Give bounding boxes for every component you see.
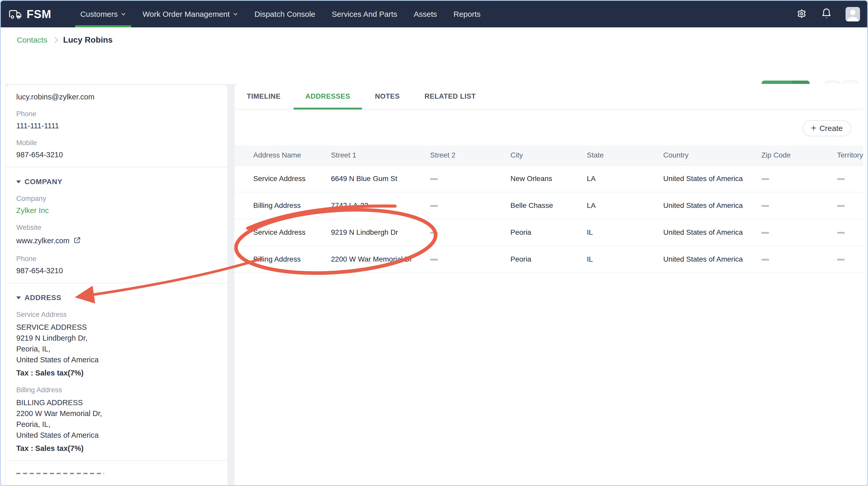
nav-item-label: Work Order Management	[143, 10, 230, 19]
column-header-street-1: Street 1	[331, 145, 430, 165]
service-address-label: Service Address	[16, 311, 217, 318]
page-header: Contacts Lucy Robins lucy.robins@zylker.…	[1, 27, 867, 84]
email-value: lucy.robins@zylker.com	[16, 93, 217, 101]
empty-dash	[430, 192, 510, 219]
breadcrumb: Contacts Lucy Robins	[17, 35, 113, 45]
nav-item-label: Dispatch Console	[254, 10, 315, 19]
address-section-header[interactable]: ADDRESS	[16, 294, 217, 302]
table-cell: LA	[587, 192, 663, 219]
settings-button[interactable]	[796, 8, 807, 20]
nav-item-label: Customers	[80, 10, 118, 19]
nav-item-label: Reports	[453, 10, 480, 19]
table-cell: Billing Address	[235, 246, 331, 273]
table-cell: Peoria	[510, 246, 587, 273]
table-cell: Service Address	[235, 219, 331, 246]
table-cell: 6649 N Blue Gum St	[331, 165, 430, 192]
website-link[interactable]: www.zylker.com	[16, 235, 69, 246]
billing-address-tax: Tax : Sales tax(7%)	[16, 444, 217, 453]
address-section: ADDRESS Service Address SERVICE ADDRESS …	[6, 283, 227, 461]
empty-dash	[837, 246, 863, 273]
empty-dash	[430, 219, 510, 246]
empty-dash	[761, 192, 837, 219]
basic-info-section: lucy.robins@zylker.com Phone 111-111-111…	[6, 85, 227, 168]
table-row[interactable]: Service Address6649 N Blue Gum StNew Orl…	[235, 165, 863, 192]
empty-dash	[761, 165, 837, 192]
nav-item-customers[interactable]: Customers	[72, 1, 134, 27]
table-header-row: Address NameStreet 1Street 2CityStateCou…	[235, 145, 863, 165]
table-cell: IL	[587, 246, 663, 273]
table-row[interactable]: Billing Address2200 W War Memorial DrPeo…	[235, 246, 863, 273]
company-label: Company	[16, 195, 217, 203]
tab-addresses[interactable]: ADDRESSES	[293, 84, 363, 109]
tab-bar: TIMELINEADDRESSESNOTESRELATED LIST	[235, 84, 863, 110]
tab-notes[interactable]: NOTES	[363, 84, 412, 109]
plus-icon: +	[811, 123, 816, 133]
tab-related-list[interactable]: RELATED LIST	[412, 84, 488, 109]
company-section-header[interactable]: COMPANY	[16, 178, 217, 186]
bell-icon	[821, 7, 832, 21]
table-cell: 2200 W War Memorial Dr	[331, 246, 430, 273]
table-cell: LA	[587, 165, 663, 192]
table-row[interactable]: Billing Address7742 LA-23Belle ChasseLAU…	[235, 192, 863, 219]
addresses-toolbar: + Create	[235, 110, 863, 145]
nav-item-dispatch-console[interactable]: Dispatch Console	[246, 1, 323, 27]
nav-item-reports[interactable]: Reports	[445, 1, 489, 27]
column-header-address-name: Address Name	[235, 145, 331, 165]
table-cell: New Orleans	[510, 165, 587, 192]
empty-dash	[430, 165, 510, 192]
chevron-down-icon	[233, 10, 238, 19]
service-address-block: SERVICE ADDRESS 9219 N Lindbergh Dr, Peo…	[16, 322, 217, 365]
table-cell: Service Address	[235, 165, 331, 192]
collapse-caret-icon	[16, 181, 21, 183]
company-phone-value: 987-654-3210	[16, 267, 217, 275]
table-cell: Belle Chasse	[510, 192, 587, 219]
truncated-next-section	[16, 473, 104, 474]
nav-menu: CustomersWork Order ManagementDispatch C…	[72, 1, 489, 27]
table-cell: Peoria	[510, 219, 587, 246]
addresses-table: Address NameStreet 1Street 2CityStateCou…	[235, 145, 863, 273]
empty-dash	[430, 246, 510, 273]
top-nav: FSM CustomersWork Order ManagementDispat…	[1, 1, 867, 27]
empty-dash	[837, 192, 863, 219]
table-cell: United States of America	[663, 246, 761, 273]
column-header-state: State	[587, 145, 663, 165]
tab-timeline[interactable]: TIMELINE	[235, 84, 293, 109]
contact-details-panel: lucy.robins@zylker.com Phone 111-111-111…	[6, 85, 227, 485]
table-cell: 9219 N Lindbergh Dr	[331, 219, 430, 246]
breadcrumb-contacts-link[interactable]: Contacts	[17, 36, 47, 44]
app-logo[interactable]: FSM	[8, 8, 51, 21]
nav-item-label: Services And Parts	[332, 10, 397, 19]
avatar	[845, 7, 860, 22]
app-window: FSM CustomersWork Order ManagementDispat…	[0, 0, 868, 486]
contact-main-card: TIMELINEADDRESSESNOTESRELATED LIST + Cre…	[235, 84, 863, 485]
nav-item-services-and-parts[interactable]: Services And Parts	[323, 1, 405, 27]
service-address-tax: Tax : Sales tax(7%)	[16, 369, 217, 377]
company-link[interactable]: Zylker Inc	[16, 206, 217, 215]
collapse-caret-icon	[16, 297, 21, 299]
external-link-icon[interactable]	[73, 236, 81, 245]
table-cell: United States of America	[663, 192, 761, 219]
nav-item-assets[interactable]: Assets	[405, 1, 445, 27]
column-header-country: Country	[663, 145, 761, 165]
company-section: COMPANY Company Zylker Inc Website www.z…	[6, 168, 227, 283]
notifications-button[interactable]	[821, 7, 832, 21]
chevron-right-icon	[52, 37, 58, 43]
user-menu-button[interactable]	[845, 7, 860, 22]
chevron-down-icon	[121, 10, 126, 19]
mobile-label: Mobile	[16, 139, 217, 147]
column-header-zip-code: Zip Code	[761, 145, 837, 165]
create-address-button[interactable]: + Create	[803, 120, 851, 136]
column-header-city: City	[510, 145, 587, 165]
empty-dash	[837, 219, 863, 246]
table-row[interactable]: Service Address9219 N Lindbergh DrPeoria…	[235, 219, 863, 246]
content-area: lucy.robins@zylker.com Phone 111-111-111…	[1, 84, 867, 485]
table-cell: 7742 LA-23	[331, 192, 430, 219]
nav-item-label: Assets	[413, 10, 437, 19]
phone-label: Phone	[16, 110, 217, 118]
table-cell: United States of America	[663, 219, 761, 246]
nav-item-work-order-management[interactable]: Work Order Management	[134, 1, 246, 27]
column-header-territory: Territory	[837, 145, 863, 165]
empty-dash	[761, 219, 837, 246]
van-icon	[8, 8, 23, 20]
empty-dash	[837, 165, 863, 192]
